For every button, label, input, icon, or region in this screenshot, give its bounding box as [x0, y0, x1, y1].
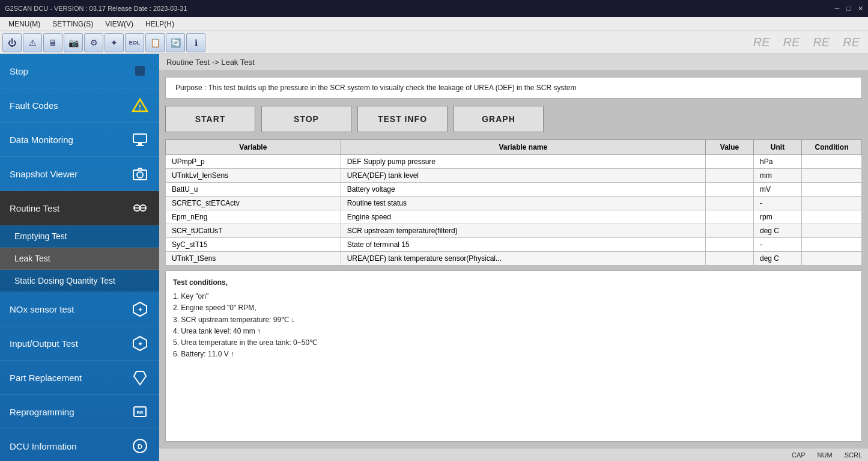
table-row: UTnkT_tSens UREA(DEF) tank temperature s…	[166, 252, 862, 266]
minimize-button[interactable]: ─	[835, 5, 840, 13]
cell-variable-name: UREA(DEF) tank level	[341, 169, 705, 183]
cell-condition	[802, 169, 862, 183]
start-button[interactable]: START	[165, 106, 255, 132]
purpose-text: Purpose : This test builds up the pressu…	[175, 84, 576, 92]
cell-variable: SyC_stT15	[166, 238, 341, 252]
table-row: SCR_tUCatUsT SCR upstream temperature(fi…	[166, 224, 862, 238]
svg-point-7	[137, 172, 143, 178]
sidebar-item-static-dosing[interactable]: Static Dosing Quantity Test	[0, 270, 159, 292]
toolbar-power-btn[interactable]: ⏻	[2, 33, 22, 52]
table-container: Variable Variable name Value Unit Condit…	[165, 139, 862, 266]
purpose-box: Purpose : This test builds up the pressu…	[165, 77, 862, 99]
cell-variable: BattU_u	[166, 183, 341, 197]
sidebar-monitor-icon	[130, 130, 150, 149]
cell-variable-name: State of terminal 15	[341, 238, 705, 252]
toolbar-info-btn[interactable]: ℹ	[186, 33, 205, 52]
sidebar-item-io[interactable]: Input/Output Test ✦	[0, 326, 159, 361]
cell-value	[706, 238, 754, 252]
close-button[interactable]: ✕	[858, 5, 863, 13]
sidebar-routine-label: Routine Test	[10, 203, 59, 213]
content-inner: Purpose : This test builds up the pressu…	[159, 71, 868, 448]
cell-variable-name: Routine test status	[341, 197, 705, 210]
toolbar-monitor-btn[interactable]: 🖥	[43, 33, 62, 52]
col-variable-name: Variable name	[341, 140, 705, 155]
sidebar-io-icon: ✦	[130, 334, 150, 353]
table-row: UPmpP_p DEF Supply pump pressure hPa	[166, 155, 862, 169]
sidebar-item-stop[interactable]: Stop	[0, 54, 159, 88]
cell-unit: mV	[754, 183, 802, 197]
table-row: SCRETC_stETCActv Routine test status -	[166, 197, 862, 210]
menu-menu[interactable]: MENU(M)	[2, 19, 46, 29]
restore-button[interactable]: □	[846, 5, 851, 13]
cell-condition	[802, 210, 862, 224]
col-value: Value	[706, 140, 754, 155]
cell-variable-name: Battery voltage	[341, 183, 705, 197]
cell-unit: -	[754, 197, 802, 210]
sidebar-part-icon	[130, 368, 150, 387]
cell-variable: SCR_tUCatUsT	[166, 224, 341, 238]
col-condition: Condition	[802, 140, 862, 155]
toolbar-star-btn[interactable]: ✦	[105, 33, 124, 52]
toolbar-refresh-btn[interactable]: 🔄	[166, 33, 185, 52]
table-row: BattU_u Battery voltage mV	[166, 183, 862, 197]
sidebar-item-dcu[interactable]: DCU Information D	[0, 429, 159, 461]
sidebar-fault-icon: !	[130, 96, 150, 115]
cell-variable-name: UREA(DEF) tank temperature sensor(Physic…	[341, 252, 705, 266]
cell-variable-name: Engine speed	[341, 210, 705, 224]
cell-variable-name: SCR upstream temperature(filterd)	[341, 224, 705, 238]
sidebar-snapshot-label: Snapshot Viewer	[10, 169, 77, 179]
graph-button[interactable]: GRAPH	[454, 106, 544, 132]
sidebar-part-label: Part Replacement	[10, 373, 82, 383]
menu-help[interactable]: HELP(H)	[139, 19, 180, 29]
cell-value	[706, 155, 754, 169]
sidebar-item-part[interactable]: Part Replacement	[0, 361, 159, 395]
cell-condition	[802, 197, 862, 210]
sidebar-stop-icon	[130, 61, 150, 81]
content-area: Routine Test -> Leak Test Purpose : This…	[159, 54, 868, 461]
col-unit: Unit	[754, 140, 802, 155]
title-bar: G2SCAN DCU - VERSION : 03.17 Release Dat…	[0, 0, 868, 17]
sidebar-item-leak-test[interactable]: Leak Test	[0, 248, 159, 270]
status-bar: CAP NUM SCRL	[159, 448, 868, 461]
sidebar-nox-icon: ✦	[130, 299, 150, 319]
cell-value	[706, 224, 754, 238]
breadcrumb: Routine Test -> Leak Test	[159, 54, 868, 71]
sidebar-item-data-monitoring[interactable]: Data Monitoring	[0, 123, 159, 157]
data-table: Variable Variable name Value Unit Condit…	[165, 139, 862, 266]
svg-text:✦: ✦	[138, 340, 143, 347]
stop-button[interactable]: STOP	[261, 106, 351, 132]
cell-condition	[802, 155, 862, 169]
cell-variable: Epm_nEng	[166, 210, 341, 224]
test-info-button[interactable]: TEST INFO	[357, 106, 448, 132]
sidebar-routine-icon	[130, 198, 150, 218]
cell-unit: deg C	[754, 252, 802, 266]
sidebar-item-nox[interactable]: NOx sensor test ✦	[0, 292, 159, 326]
table-row: UTnkLvl_lenSens UREA(DEF) tank level mm	[166, 169, 862, 183]
toolbar-eol-btn[interactable]: EOL	[125, 33, 144, 52]
cell-condition	[802, 183, 862, 197]
toolbar-camera-btn[interactable]: 📷	[64, 33, 83, 52]
toolbar-gear-btn[interactable]: ⚙	[84, 33, 103, 52]
sidebar-item-snapshot[interactable]: Snapshot Viewer	[0, 157, 159, 191]
sidebar-data-label: Data Monitoring	[10, 135, 73, 145]
sidebar-dcu-icon: D	[130, 436, 150, 456]
sidebar-item-emptying-test[interactable]: Emptying Test	[0, 225, 159, 248]
cell-value	[706, 210, 754, 224]
svg-text:!: !	[139, 103, 141, 112]
conditions-box: Test conditions, 1. Key "on"2. Engine sp…	[165, 270, 862, 442]
sidebar-item-fault-codes[interactable]: Fault Codes !	[0, 88, 159, 123]
cell-variable-name: DEF Supply pump pressure	[341, 155, 705, 169]
toolbar-warning-btn[interactable]: ⚠	[23, 33, 42, 52]
cell-variable: UPmpP_p	[166, 155, 341, 169]
sidebar: Stop Fault Codes ! Data Monitoring Snaps…	[0, 54, 159, 461]
sidebar-item-routine-test[interactable]: Routine Test	[0, 191, 159, 225]
window-controls[interactable]: ─ □ ✕	[835, 5, 863, 13]
menu-setting[interactable]: SETTING(S)	[46, 19, 99, 29]
cell-unit: mm	[754, 169, 802, 183]
cell-value	[706, 183, 754, 197]
svg-text:✦: ✦	[138, 306, 143, 313]
toolbar-clipboard-btn[interactable]: 📋	[145, 33, 165, 52]
cell-unit: -	[754, 238, 802, 252]
sidebar-item-reprogramming[interactable]: Reprogramming RE	[0, 395, 159, 429]
menu-view[interactable]: VIEW(V)	[99, 19, 139, 29]
